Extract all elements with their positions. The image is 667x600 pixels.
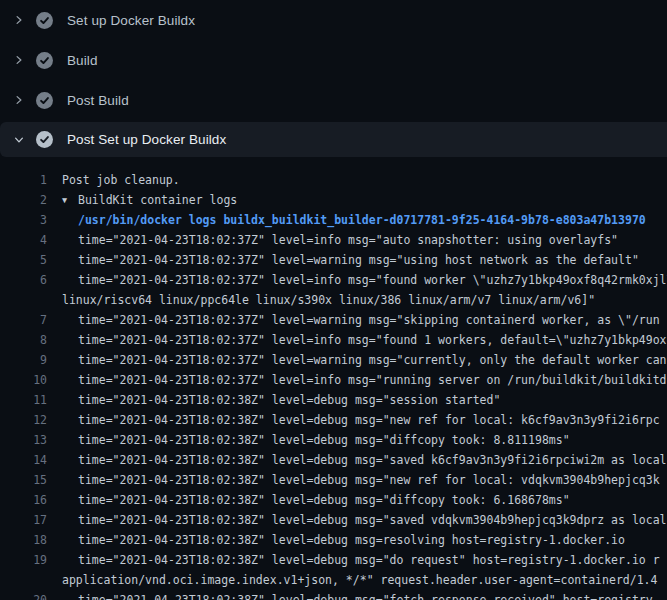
log-line-number [0,570,47,590]
step-title: Build [67,53,98,68]
log-line-text: Post job cleanup. [62,170,180,190]
log-line: 6 time="2021-04-23T18:02:37Z" level=info… [0,270,667,290]
log-line-number[interactable]: 6 [0,270,47,290]
log-line: 1 Post job cleanup. [0,170,667,190]
chevron-right-icon [11,92,27,108]
log-line-number[interactable]: 9 [0,350,47,370]
log-line-text: time="2021-04-23T18:02:38Z" level=debug … [78,390,500,410]
log-line-text: time="2021-04-23T18:02:37Z" level=warnin… [78,310,660,330]
log-line: 18 time="2021-04-23T18:02:38Z" level=deb… [0,530,667,550]
log-line-number[interactable]: 11 [0,390,47,410]
log-area: 1 Post job cleanup. 2 ▼BuildKit containe… [0,157,667,600]
log-line: 3 /usr/bin/docker logs buildx_buildkit_b… [0,210,667,230]
log-line-text: time="2021-04-23T18:02:37Z" level=warnin… [78,250,639,270]
log-line-text: time="2021-04-23T18:02:38Z" level=debug … [78,550,660,570]
log-line-text: time="2021-04-23T18:02:37Z" level=info m… [78,270,667,290]
log-line-number[interactable]: 17 [0,510,47,530]
log-line-number[interactable]: 19 [0,550,47,570]
log-line: 17 time="2021-04-23T18:02:38Z" level=deb… [0,510,667,530]
log-line-number[interactable]: 3 [0,210,47,230]
log-line-text: time="2021-04-23T18:02:37Z" level=info m… [78,230,618,250]
log-line-number[interactable]: 5 [0,250,47,270]
log-line-number[interactable]: 18 [0,530,47,550]
log-line-number[interactable]: 1 [0,170,47,190]
step-row-post-build[interactable]: Post Build [0,80,667,120]
log-line: 19 time="2021-04-23T18:02:38Z" level=deb… [0,550,667,570]
log-line-number[interactable]: 15 [0,470,47,490]
log-line-text: application/vnd.oci.image.index.v1+json,… [62,570,657,590]
log-line-text: linux/riscv64 linux/ppc64le linux/s390x … [62,290,595,310]
log-line-text: time="2021-04-23T18:02:37Z" level=info m… [78,370,667,390]
log-line: 5 time="2021-04-23T18:02:37Z" level=warn… [0,250,667,270]
log-line: 14 time="2021-04-23T18:02:38Z" level=deb… [0,450,667,470]
disclosure-triangle-icon[interactable]: ▼ [62,190,78,210]
chevron-down-icon [11,132,27,148]
success-check-icon [36,52,53,69]
log-line-number[interactable]: 14 [0,450,47,470]
log-line: 9 time="2021-04-23T18:02:37Z" level=warn… [0,350,667,370]
log-line-text: /usr/bin/docker logs buildx_buildkit_bui… [78,210,646,230]
log-line-number[interactable]: 20 [0,590,47,600]
chevron-right-icon [11,52,27,68]
step-row-build[interactable]: Build [0,40,667,80]
log-line: 8 time="2021-04-23T18:02:37Z" level=info… [0,330,667,350]
log-line-text: time="2021-04-23T18:02:38Z" level=debug … [78,510,667,530]
step-title: Set up Docker Buildx [67,13,195,28]
log-line: 11 time="2021-04-23T18:02:38Z" level=deb… [0,390,667,410]
log-line-text[interactable]: ▼BuildKit container logs [62,190,237,210]
log-line-number[interactable]: 4 [0,230,47,250]
log-line: 15 time="2021-04-23T18:02:38Z" level=deb… [0,470,667,490]
log-line: 13 time="2021-04-23T18:02:38Z" level=deb… [0,430,667,450]
log-line-text: time="2021-04-23T18:02:38Z" level=debug … [78,530,625,550]
log-line: 7 time="2021-04-23T18:02:37Z" level=warn… [0,310,667,330]
log-line: 12 time="2021-04-23T18:02:38Z" level=deb… [0,410,667,430]
log-line-text: time="2021-04-23T18:02:37Z" level=info m… [78,330,667,350]
chevron-right-icon [11,12,27,28]
log-line: 2 ▼BuildKit container logs [0,190,667,210]
log-line: application/vnd.oci.image.index.v1+json,… [0,570,667,590]
log-line-number[interactable]: 13 [0,430,47,450]
success-check-icon [36,12,53,29]
log-line-number[interactable]: 2 [0,190,47,210]
log-line: linux/riscv64 linux/ppc64le linux/s390x … [0,290,667,310]
step-row-post-setup-docker-buildx-expanded[interactable]: Post Set up Docker Buildx [0,122,667,157]
log-line-text: time="2021-04-23T18:02:38Z" level=debug … [78,590,660,600]
step-title: Post Build [67,93,129,108]
log-line: 10 time="2021-04-23T18:02:37Z" level=inf… [0,370,667,390]
log-line-text: time="2021-04-23T18:02:38Z" level=debug … [78,470,660,490]
log-line-number [0,290,47,310]
step-title: Post Set up Docker Buildx [67,132,226,147]
log-line: 4 time="2021-04-23T18:02:37Z" level=info… [0,230,667,250]
success-check-icon [36,131,53,148]
log-line-text: time="2021-04-23T18:02:38Z" level=debug … [78,430,570,450]
log-line-number[interactable]: 10 [0,370,47,390]
log-line-text: time="2021-04-23T18:02:37Z" level=warnin… [78,350,667,370]
log-line-number[interactable]: 16 [0,490,47,510]
log-line-text: time="2021-04-23T18:02:38Z" level=debug … [78,490,570,510]
log-line: 20 time="2021-04-23T18:02:38Z" level=deb… [0,590,667,600]
log-line: 16 time="2021-04-23T18:02:38Z" level=deb… [0,490,667,510]
step-row-setup-docker-buildx[interactable]: Set up Docker Buildx [0,0,667,40]
log-line-number[interactable]: 8 [0,330,47,350]
log-line-text: time="2021-04-23T18:02:38Z" level=debug … [78,450,667,470]
log-line-number[interactable]: 7 [0,310,47,330]
log-line-number[interactable]: 12 [0,410,47,430]
log-line-text: time="2021-04-23T18:02:38Z" level=debug … [78,410,660,430]
success-check-icon [36,92,53,109]
